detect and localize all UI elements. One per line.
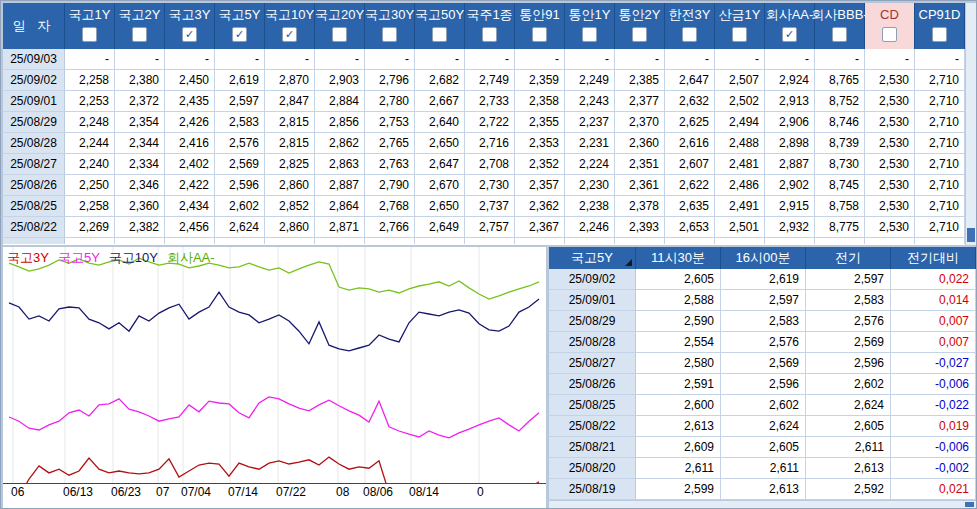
column-checkbox[interactable]: ✓ <box>182 27 197 42</box>
value-cell: 8,758 <box>815 196 865 216</box>
column-checkbox[interactable] <box>432 27 447 42</box>
value-cell: 2,596 <box>721 374 806 394</box>
detail-row[interactable]: 25/08/212,6092,6052,611-0,006 <box>549 437 976 458</box>
date-cell[interactable]: 25/09/02 <box>3 70 65 90</box>
column-checkbox[interactable] <box>332 27 347 42</box>
column-checkbox[interactable]: ✓ <box>282 27 297 42</box>
column-checkbox[interactable] <box>132 27 147 42</box>
column-checkbox[interactable] <box>732 27 747 42</box>
date-cell[interactable]: 25/08/26 <box>3 175 65 195</box>
column-header[interactable]: 국고30Y <box>365 3 415 49</box>
value-cell <box>465 238 515 244</box>
date-cell[interactable]: 25/09/02 <box>549 269 636 289</box>
date-column-header[interactable]: 일 자 <box>3 3 65 49</box>
detail-row[interactable]: 25/08/192,5992,6132,5920,021 <box>549 479 976 500</box>
column-header[interactable]: 국주1종 <box>465 3 515 49</box>
table-row[interactable]: 25/09/03------------------ <box>3 49 965 70</box>
value-cell: 2,903 <box>315 70 365 90</box>
date-cell[interactable]: 25/08/27 <box>549 353 636 373</box>
date-cell[interactable]: 25/08/29 <box>3 112 65 132</box>
date-cell[interactable]: 25/08/29 <box>549 311 636 331</box>
date-cell[interactable]: 25/08/28 <box>3 133 65 153</box>
table-row[interactable]: 25/08/272,2402,3342,4022,5692,8252,8632,… <box>3 154 965 175</box>
column-checkbox[interactable] <box>582 27 597 42</box>
column-checkbox[interactable]: ✓ <box>232 27 247 42</box>
table-row[interactable]: 25/08/252,2582,3602,4342,6022,8522,8642,… <box>3 196 965 217</box>
date-cell[interactable]: 25/09/01 <box>549 290 636 310</box>
date-cell[interactable]: 25/08/28 <box>549 332 636 352</box>
column-header[interactable]: 국고10Y✓ <box>265 3 315 49</box>
date-cell[interactable]: 25/08/22 <box>549 416 636 436</box>
date-cell[interactable]: 25/08/26 <box>549 374 636 394</box>
detail-row[interactable]: 25/08/292,5902,5832,5760,007 <box>549 311 976 332</box>
detail-row[interactable]: 25/08/252,6002,6022,624-0,022 <box>549 395 976 416</box>
date-cell[interactable]: 25/08/27 <box>3 154 65 174</box>
column-checkbox[interactable]: ✓ <box>782 27 797 42</box>
detail-series-header[interactable]: 국고5Y <box>549 247 636 269</box>
column-header[interactable]: 국고50Y <box>415 3 465 49</box>
scrollbar-thumb[interactable] <box>965 502 974 507</box>
value-cell: 2,667 <box>415 91 465 111</box>
detail-row[interactable]: 25/09/012,5882,5972,5830,014 <box>549 290 976 311</box>
table-row[interactable]: 25/08/262,2502,3462,4222,5962,8602,8872,… <box>3 175 965 196</box>
column-checkbox[interactable] <box>82 27 97 42</box>
value-cell: 2,583 <box>806 290 891 310</box>
date-cell[interactable]: 25/08/21 <box>549 437 636 457</box>
column-header[interactable]: 산금1Y <box>715 3 765 49</box>
column-header[interactable]: 국고3Y✓ <box>165 3 215 49</box>
detail-row[interactable]: 25/08/202,6112,6112,613-0,002 <box>549 458 976 479</box>
column-header[interactable]: 한전3Y <box>665 3 715 49</box>
column-header[interactable]: 통안2Y <box>615 3 665 49</box>
column-checkbox[interactable] <box>482 27 497 42</box>
column-checkbox[interactable] <box>382 27 397 42</box>
detail-row[interactable]: 25/08/272,5802,5692,596-0,027 <box>549 353 976 374</box>
horizontal-scrollbar[interactable] <box>549 500 976 508</box>
column-header[interactable]: CP91D <box>915 3 965 49</box>
column-checkbox[interactable] <box>632 27 647 42</box>
sort-indicator-icon[interactable] <box>625 259 632 266</box>
detail-row[interactable]: 25/08/222,6132,6242,6050,019 <box>549 416 976 437</box>
column-header[interactable]: 국고2Y <box>115 3 165 49</box>
date-cell[interactable]: 25/08/25 <box>3 196 65 216</box>
date-cell[interactable]: 25/08/19 <box>549 479 636 499</box>
vertical-scrollbar[interactable] <box>965 3 976 245</box>
detail-column-header[interactable]: 16시00분 <box>721 247 806 269</box>
table-row[interactable]: 25/08/282,2442,3442,4162,5762,8152,8622,… <box>3 133 965 154</box>
column-checkbox[interactable] <box>682 27 697 42</box>
column-checkbox[interactable] <box>882 27 897 42</box>
date-cell[interactable]: 25/08/25 <box>549 395 636 415</box>
date-cell[interactable]: 25/08/20 <box>549 458 636 478</box>
column-header[interactable]: 국고5Y✓ <box>215 3 265 49</box>
table-row[interactable]: 25/09/012,2532,3722,4352,5972,8472,8842,… <box>3 91 965 112</box>
column-checkbox[interactable] <box>532 27 547 42</box>
column-checkbox[interactable] <box>832 27 847 42</box>
detail-row[interactable]: 25/08/282,5542,5762,5690,007 <box>549 332 976 353</box>
table-row[interactable]: 25/08/222,2692,3822,4562,6242,8602,8712,… <box>3 217 965 238</box>
value-cell: - <box>415 49 465 69</box>
column-header[interactable]: 통안91 <box>515 3 565 49</box>
column-checkbox[interactable] <box>932 27 947 42</box>
column-header[interactable]: 회사AA-✓ <box>765 3 815 49</box>
detail-column-header[interactable]: 전기 <box>806 247 891 269</box>
value-cell: 2,607 <box>665 154 715 174</box>
column-header[interactable]: 국고1Y <box>65 3 115 49</box>
detail-column-header[interactable]: 11시30분 <box>636 247 721 269</box>
column-header[interactable]: 회사BBB- <box>815 3 865 49</box>
value-cell: 2,766 <box>365 217 415 237</box>
column-header[interactable]: 국고20Y <box>315 3 365 49</box>
table-row[interactable]: 25/09/022,2582,3802,4502,6192,8702,9032,… <box>3 70 965 91</box>
detail-column-header[interactable]: 전기대비 <box>891 247 976 269</box>
detail-row[interactable]: 25/08/262,5912,5962,602-0,006 <box>549 374 976 395</box>
table-row[interactable]: 25/08/292,2482,3542,4262,5832,8152,8562,… <box>3 112 965 133</box>
date-cell[interactable]: 25/09/03 <box>3 49 65 69</box>
value-cell: 2,243 <box>565 91 615 111</box>
date-cell[interactable]: 25/09/01 <box>3 91 65 111</box>
value-cell: 2,253 <box>65 91 115 111</box>
column-header[interactable]: CD <box>865 3 915 49</box>
scrollbar-thumb[interactable] <box>967 228 975 242</box>
value-cell: 2,860 <box>265 217 315 237</box>
value-cell: - <box>615 49 665 69</box>
column-header[interactable]: 통안1Y <box>565 3 615 49</box>
date-cell[interactable]: 25/08/22 <box>3 217 65 237</box>
detail-row[interactable]: 25/09/022,6052,6192,5970,022 <box>549 269 976 290</box>
